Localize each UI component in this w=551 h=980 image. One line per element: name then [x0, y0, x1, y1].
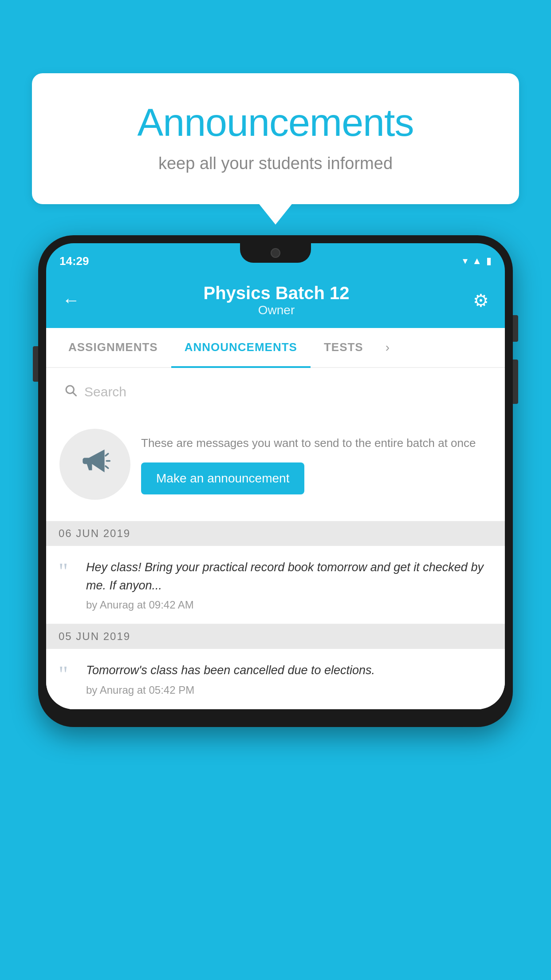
tab-tests[interactable]: TESTS [311, 328, 377, 367]
announcement-item-2[interactable]: " Tomorrow's class has been cancelled du… [46, 649, 505, 709]
back-button[interactable]: ← [62, 290, 80, 310]
search-placeholder: Search [84, 384, 126, 399]
signal-icon: ▲ [472, 255, 482, 267]
status-time: 14:29 [59, 254, 89, 268]
camera [271, 248, 280, 258]
announcement-text-2: Tomorrow's class has been cancelled due … [86, 661, 375, 680]
batch-role: Owner [203, 303, 349, 317]
notch [240, 243, 311, 263]
svg-line-4 [105, 466, 108, 468]
speech-bubble-section: Announcements keep all your students inf… [32, 73, 519, 204]
search-bar[interactable]: Search [53, 375, 498, 408]
phone-body: 14:29 ▾ ▲ ▮ ← Physics Batch 12 Owner ⚙ [38, 235, 513, 727]
bubble-title: Announcements [67, 100, 484, 145]
battery-icon: ▮ [486, 255, 492, 267]
announcement-content-1: Hey class! Bring your practical record b… [86, 558, 492, 611]
power-button-bot [513, 360, 518, 404]
speech-bubble-card: Announcements keep all your students inf… [32, 73, 519, 204]
quote-icon-2: " [59, 663, 76, 686]
status-bar: 14:29 ▾ ▲ ▮ [46, 243, 505, 274]
bubble-subtitle: keep all your students informed [67, 154, 484, 173]
volume-button [33, 346, 38, 382]
promo-icon-circle [59, 429, 130, 500]
phone-screen: ← Physics Batch 12 Owner ⚙ ASSIGNMENTS A… [46, 274, 505, 709]
announcement-content-2: Tomorrow's class has been cancelled due … [86, 661, 375, 696]
tab-announcements[interactable]: ANNOUNCEMENTS [171, 328, 311, 367]
promo-card: These are messages you want to send to t… [46, 415, 505, 516]
promo-description: These are messages you want to send to t… [141, 435, 492, 452]
status-icons: ▾ ▲ ▮ [463, 255, 492, 267]
tab-assignments[interactable]: ASSIGNMENTS [55, 328, 171, 367]
quote-icon-1: " [59, 560, 76, 583]
batch-name: Physics Batch 12 [203, 283, 349, 303]
search-icon [64, 383, 77, 400]
phone-mockup: 14:29 ▾ ▲ ▮ ← Physics Batch 12 Owner ⚙ [38, 235, 513, 727]
make-announcement-button[interactable]: Make an announcement [141, 462, 304, 494]
svg-line-1 [73, 393, 76, 396]
tab-bar: ASSIGNMENTS ANNOUNCEMENTS TESTS › [46, 328, 505, 368]
date-divider-2: 05 JUN 2019 [46, 624, 505, 649]
promo-right: These are messages you want to send to t… [141, 435, 492, 494]
megaphone-icon [79, 444, 112, 485]
app-header: ← Physics Batch 12 Owner ⚙ [46, 274, 505, 328]
date-divider-1: 06 JUN 2019 [46, 521, 505, 546]
tab-more-icon[interactable]: › [377, 328, 398, 367]
power-button-top [513, 315, 518, 342]
announcement-text-1: Hey class! Bring your practical record b… [86, 558, 492, 594]
announcement-item-1[interactable]: " Hey class! Bring your practical record… [46, 546, 505, 624]
header-center: Physics Batch 12 Owner [203, 283, 349, 317]
settings-button[interactable]: ⚙ [473, 290, 489, 311]
announcement-meta-1: by Anurag at 09:42 AM [86, 599, 492, 611]
announcement-meta-2: by Anurag at 05:42 PM [86, 684, 375, 696]
wifi-icon: ▾ [463, 255, 468, 267]
svg-line-3 [105, 454, 108, 456]
